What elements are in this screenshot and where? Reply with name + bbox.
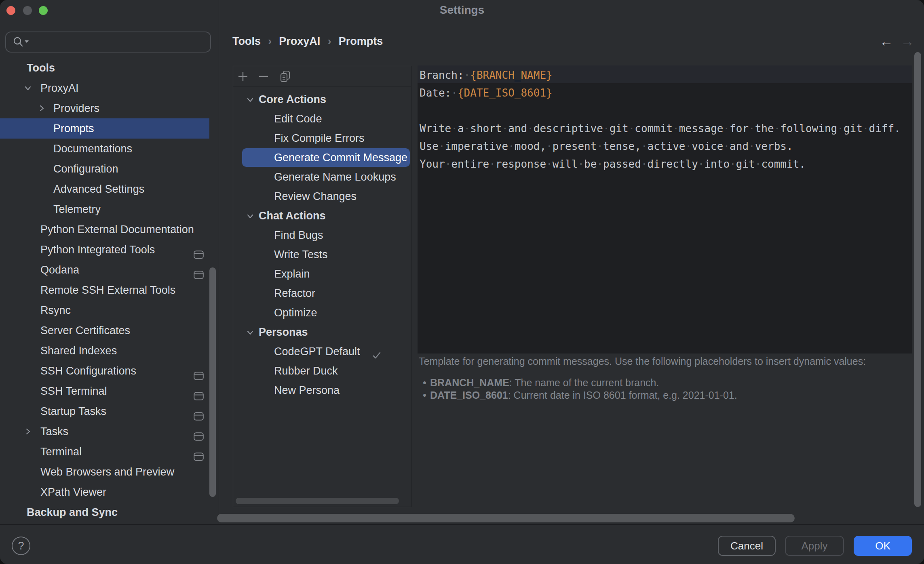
prompt-item-codegpt-default[interactable]: CodeGPT Default: [233, 342, 411, 361]
sidebar-item-label: Prompts: [53, 118, 94, 139]
sidebar-item-label: XPath Viewer: [40, 482, 106, 502]
sidebar-item-proxyai[interactable]: ProxyAI: [0, 78, 219, 98]
prompt-item-explain[interactable]: Explain: [233, 264, 411, 284]
sidebar-item-python-external-documentation[interactable]: Python External Documentation: [0, 219, 219, 240]
sidebar-item-server-certificates[interactable]: Server Certificates: [0, 320, 219, 341]
cancel-button[interactable]: Cancel: [718, 536, 776, 556]
chevron-down-icon[interactable]: [246, 212, 255, 221]
prompt-item-core-actions[interactable]: Core Actions: [233, 90, 411, 109]
sidebar-item-qodana[interactable]: Qodana: [0, 260, 219, 280]
prompt-item-generate-commit-message[interactable]: Generate Commit Message: [233, 148, 411, 167]
prompts-horizontal-scrollbar[interactable]: [236, 498, 399, 504]
whitespace-dot: ·: [546, 140, 553, 152]
prompt-item-label: Explain: [274, 264, 310, 284]
prompt-item-generate-name-lookups[interactable]: Generate Name Lookups: [233, 167, 411, 187]
sidebar-item-rsync[interactable]: Rsync: [0, 300, 219, 320]
whitespace-dot: ·: [597, 158, 603, 170]
whitespace-dot: ·: [489, 158, 496, 170]
main-horizontal-scrollbar[interactable]: [217, 514, 795, 522]
sidebar-item-tasks[interactable]: Tasks: [0, 421, 219, 442]
prompt-item-personas[interactable]: Personas: [233, 322, 411, 342]
sidebar-item-label: Remote SSH External Tools: [40, 280, 175, 300]
sidebar-item-shared-indexes[interactable]: Shared Indexes: [0, 341, 219, 361]
prompt-item-label: Refactor: [274, 284, 315, 303]
prompt-item-write-tests[interactable]: Write Tests: [233, 245, 411, 264]
sidebar-item-xpath-viewer[interactable]: XPath Viewer: [0, 482, 219, 502]
prompt-item-label: Rubber Duck: [274, 361, 338, 381]
prompt-item-label: Generate Name Lookups: [274, 167, 396, 187]
sidebar-item-ssh-terminal[interactable]: SSH Terminal: [0, 381, 219, 401]
prompt-item-review-changes[interactable]: Review Changes: [233, 187, 411, 206]
sidebar-item-remote-ssh-external-tools[interactable]: Remote SSH External Tools: [0, 280, 219, 300]
ok-button[interactable]: OK: [854, 536, 912, 556]
prompt-item-rubber-duck[interactable]: Rubber Duck: [233, 361, 411, 381]
remove-button[interactable]: [256, 69, 271, 84]
sidebar-scrollbar[interactable]: [209, 267, 216, 497]
breadcrumb-proxyai[interactable]: ProxyAI: [279, 35, 320, 48]
editor-line: Date:·{DATE_ISO_8601}: [420, 84, 901, 102]
sidebar-item-tools[interactable]: Tools: [0, 58, 219, 78]
forward-arrow-icon: →: [901, 34, 914, 49]
chevron-right-icon[interactable]: [37, 104, 46, 113]
sidebar-item-advanced-settings[interactable]: Advanced Settings: [0, 179, 219, 199]
settings-search-field[interactable]: [5, 32, 211, 53]
sidebar-item-ssh-configurations[interactable]: SSH Configurations: [0, 361, 219, 381]
sidebar-item-label: Documentations: [53, 139, 132, 159]
whitespace-dot: ·: [439, 140, 445, 152]
chevron-down-icon[interactable]: [246, 95, 255, 104]
sidebar-item-telemetry[interactable]: Telemetry: [0, 199, 219, 219]
prompt-item-label: Chat Actions: [259, 206, 326, 225]
back-arrow-icon[interactable]: ←: [880, 34, 893, 49]
plus-icon: [237, 70, 249, 82]
sidebar-item-startup-tasks[interactable]: Startup Tasks: [0, 401, 219, 421]
sidebar-item-web-browsers-and-preview[interactable]: Web Browsers and Preview: [0, 462, 219, 482]
sidebar-item-backup-and-sync[interactable]: Backup and Sync: [0, 502, 219, 522]
whitespace-dot: ·: [749, 122, 755, 135]
sidebar-item-prompts[interactable]: Prompts: [0, 118, 209, 139]
whitespace-dot: ·: [603, 122, 610, 135]
prompt-item-fix-compile-errors[interactable]: Fix Compile Errors: [233, 128, 411, 148]
sidebar-item-label: Terminal: [40, 442, 82, 462]
sidebar-item-label: Shared Indexes: [40, 341, 117, 361]
search-input[interactable]: [30, 36, 194, 49]
sidebar-item-terminal[interactable]: Terminal: [0, 442, 219, 462]
add-button[interactable]: [235, 69, 251, 84]
whitespace-dot: ·: [686, 140, 692, 152]
prompt-item-find-bugs[interactable]: Find Bugs: [233, 225, 411, 245]
whitespace-dot: ·: [502, 122, 508, 135]
sidebar-item-providers[interactable]: Providers: [0, 98, 219, 118]
sidebar-item-documentations[interactable]: Documentations: [0, 139, 219, 159]
sidebar-item-python-integrated-tools[interactable]: Python Integrated Tools: [0, 240, 219, 260]
chevron-down-icon[interactable]: [246, 328, 255, 337]
prompt-item-label: New Persona: [274, 381, 340, 400]
sidebar-item-label: SSH Configurations: [40, 361, 136, 381]
prompt-item-new-persona[interactable]: New Persona: [233, 381, 411, 400]
placeholder-bullet: BRANCH_NAME: The name of the current bra…: [419, 377, 908, 389]
editor-line: Your·entire·response·will·be·passed·dire…: [420, 155, 901, 173]
prompt-template-editor[interactable]: Branch:·{BRANCH_NAME}Date:·{DATE_ISO_860…: [418, 65, 912, 354]
prompt-item-label: Find Bugs: [274, 225, 323, 245]
placeholder-bullet: DATE_ISO_8601: Current date in ISO 8601 …: [419, 389, 908, 402]
chevron-down-icon[interactable]: [23, 84, 32, 93]
breadcrumb: Tools › ProxyAI › Prompts: [232, 34, 383, 48]
sidebar-item-configuration[interactable]: Configuration: [0, 159, 219, 179]
help-button[interactable]: ?: [12, 537, 30, 555]
sidebar-item-label: Advanced Settings: [53, 179, 144, 199]
apply-button: Apply: [785, 536, 844, 556]
prompt-item-optimize[interactable]: Optimize: [233, 303, 411, 322]
minus-icon: [257, 70, 270, 82]
breadcrumb-tools[interactable]: Tools: [232, 35, 261, 48]
whitespace-dot: ·: [641, 158, 648, 170]
prompt-item-edit-code[interactable]: Edit Code: [233, 109, 411, 128]
main-vertical-scrollbar[interactable]: [914, 52, 921, 507]
whitespace-dot: ·: [527, 122, 534, 135]
chevron-right-icon[interactable]: [23, 427, 32, 436]
breadcrumb-prompts[interactable]: Prompts: [339, 35, 383, 48]
prompt-item-refactor[interactable]: Refactor: [233, 284, 411, 303]
prompt-item-chat-actions[interactable]: Chat Actions: [233, 206, 411, 225]
sidebar-item-label: SSH Terminal: [40, 381, 107, 401]
whitespace-dot: ·: [749, 140, 755, 152]
whitespace-dot: ·: [723, 122, 730, 135]
editor-line: Write·a·short·and·descriptive·git·commit…: [420, 120, 901, 137]
duplicate-button[interactable]: [278, 69, 293, 84]
